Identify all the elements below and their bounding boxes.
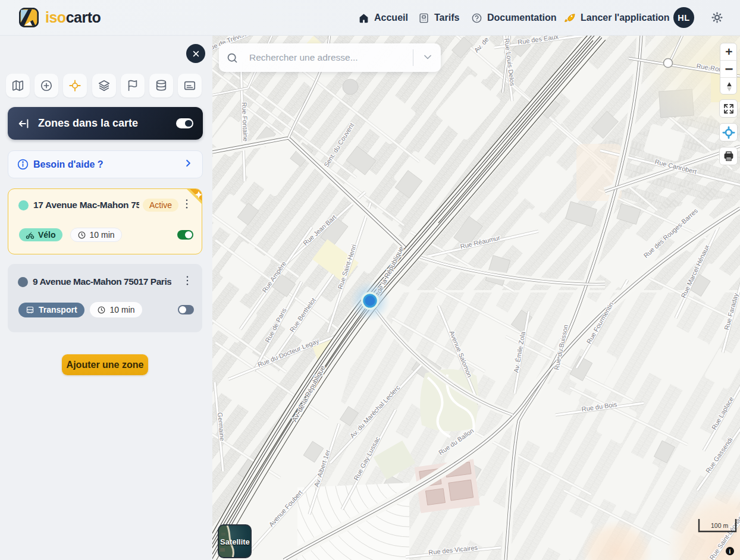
svg-text:100 m: 100 m [711, 522, 728, 529]
svg-text:Rue Fontaine: Rue Fontaine [241, 102, 249, 141]
svg-text:i: i [729, 548, 731, 555]
